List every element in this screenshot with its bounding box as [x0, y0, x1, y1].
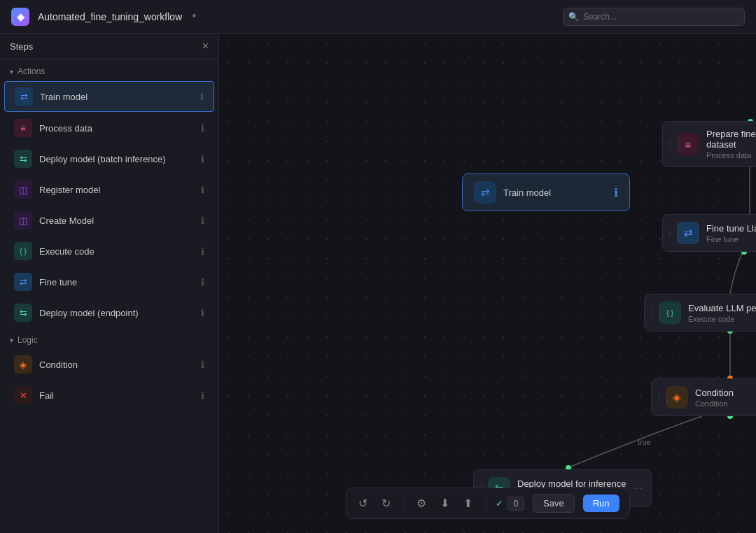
sidebar: Steps × ▾ Actions ⇄ Train model ℹ ≡ Proc…: [0, 34, 219, 533]
node-sub-finetune: Fine tune: [706, 235, 756, 243]
drag-handle-condition: ⋮⋮: [654, 392, 671, 402]
search-input[interactable]: [563, 8, 745, 26]
fine-tune-info-icon[interactable]: ℹ: [201, 277, 204, 287]
toolbar-divider-2: [485, 497, 486, 511]
process-data-info-icon[interactable]: ℹ: [201, 123, 204, 134]
check-icon: ✓: [496, 498, 503, 509]
app-title: Automated_fine_tuning_workflow: [38, 11, 182, 22]
sidebar-title: Steps: [10, 41, 33, 52]
title-dot: •: [192, 9, 196, 24]
process-data-label: Process data: [39, 123, 201, 134]
condition-label: Condition: [39, 360, 201, 370]
fine-tune-icon: ⇄: [14, 273, 32, 291]
sidebar-item-process-data[interactable]: ≡ Process data ℹ: [4, 113, 214, 143]
search-wrapper: 🔍: [563, 8, 745, 26]
sidebar-item-train-model[interactable]: ⇄ Train model ℹ: [4, 81, 214, 112]
node-sub-prepare: Process data: [706, 151, 756, 159]
sidebar-item-fail[interactable]: ✕ Fail ℹ: [4, 381, 214, 410]
node-finetune-llama[interactable]: ⋮⋮ ⇄ Fine tune Llama 3.1 Fine tune ···: [662, 214, 756, 252]
node-prepare-dataset[interactable]: ⋮⋮ ≡ Prepare fine tuning dataset Process…: [662, 121, 756, 167]
execute-code-label: Execute code: [39, 246, 201, 257]
conn-label-true: true: [638, 438, 651, 446]
fail-icon: ✕: [14, 386, 32, 404]
train-model-info-icon[interactable]: ℹ: [200, 92, 204, 102]
node-info-train[interactable]: ℹ: [614, 186, 618, 199]
topbar: ◈ Automated_fine_tuning_workflow • 🔍: [0, 0, 756, 34]
undo-button[interactable]: ↺: [356, 494, 370, 513]
fail-label: Fail: [39, 390, 201, 401]
bottom-toolbar: ↺ ↻ ⚙ ⬇ ⬆ ✓ 0 Save Run: [345, 488, 629, 519]
create-model-label: Create Model: [39, 215, 201, 226]
deploy-batch-info-icon[interactable]: ℹ: [201, 154, 204, 164]
node-title-condition: Condition: [695, 388, 756, 398]
register-model-info-icon[interactable]: ℹ: [201, 185, 204, 195]
node-text-train: Train model: [503, 187, 607, 198]
node-title-train: Train model: [503, 187, 607, 198]
section-actions-label: Actions: [18, 66, 45, 76]
register-model-label: Register model: [39, 185, 201, 195]
upload-button[interactable]: ⬆: [461, 494, 475, 513]
check-count: 0: [507, 497, 524, 511]
create-model-info-icon[interactable]: ℹ: [201, 215, 204, 226]
sidebar-item-condition[interactable]: ◈ Condition ℹ: [4, 350, 214, 379]
sidebar-item-fine-tune[interactable]: ⇄ Fine tune ℹ: [4, 267, 214, 297]
register-model-icon: ◫: [14, 180, 32, 199]
process-data-icon: ≡: [14, 119, 32, 137]
sidebar-header: Steps ×: [0, 34, 218, 59]
search-icon: 🔍: [568, 12, 579, 22]
drag-handle-finetune: ⋮⋮: [666, 228, 682, 238]
connector-lines: [219, 34, 756, 533]
deploy-endpoint-label: Deploy model (endpoint): [39, 308, 201, 318]
node-title-finetune: Fine tune Llama 3.1: [706, 223, 756, 234]
drag-handle-prepare: ⋮⋮: [666, 139, 682, 149]
run-button[interactable]: Run: [583, 495, 620, 512]
chevron-actions-icon: ▾: [10, 68, 13, 76]
sidebar-close-button[interactable]: ×: [202, 41, 209, 52]
section-logic[interactable]: ▾ Logic: [0, 328, 218, 349]
section-logic-label: Logic: [18, 335, 38, 345]
deploy-endpoint-info-icon[interactable]: ℹ: [201, 308, 204, 318]
execute-code-info-icon[interactable]: ℹ: [201, 246, 204, 257]
download-button[interactable]: ⬇: [438, 494, 452, 513]
node-title-evaluate: Evaluate LLM perf: [688, 303, 756, 313]
node-menu-deploy[interactable]: ···: [634, 482, 643, 495]
chevron-logic-icon: ▾: [10, 336, 13, 344]
execute-code-icon: { }: [14, 242, 32, 260]
app-logo: ◈: [11, 8, 29, 26]
section-actions[interactable]: ▾ Actions: [0, 59, 218, 80]
train-model-label: Train model: [40, 92, 200, 102]
node-text-finetune: Fine tune Llama 3.1 Fine tune: [706, 223, 756, 243]
save-button[interactable]: Save: [533, 494, 575, 513]
check-status: ✓ 0: [496, 497, 524, 511]
train-model-icon: ⇄: [15, 87, 33, 106]
node-text-prepare: Prepare fine tuning dataset Process data: [706, 129, 756, 159]
condition-info-icon[interactable]: ℹ: [201, 360, 204, 370]
condition-icon: ◈: [14, 355, 32, 374]
create-model-icon: ◫: [14, 211, 32, 229]
redo-button[interactable]: ↻: [379, 494, 393, 513]
node-evaluate-llm[interactable]: ⋮⋮ { } Evaluate LLM perf Execute code ··…: [644, 294, 756, 332]
fail-info-icon[interactable]: ℹ: [201, 390, 204, 401]
node-text-condition: Condition Condition: [695, 388, 756, 408]
node-text-evaluate: Evaluate LLM perf Execute code: [688, 303, 756, 323]
deploy-batch-label: Deploy model (batch inference): [39, 154, 201, 164]
fine-tune-label: Fine tune: [39, 277, 201, 287]
main-layout: Steps × ▾ Actions ⇄ Train model ℹ ≡ Proc…: [0, 34, 756, 533]
node-train-model-ghost[interactable]: ⇄ Train model ℹ: [462, 173, 630, 211]
toolbar-divider-1: [403, 497, 404, 511]
node-condition[interactable]: ⋮⋮ ◈ Condition Condition ···: [651, 378, 756, 416]
sidebar-item-create-model[interactable]: ◫ Create Model ℹ: [4, 206, 214, 235]
workflow-canvas[interactable]: true false ⋮⋮ ≡ Prepare fine tuning data…: [219, 34, 756, 533]
sidebar-item-register-model[interactable]: ◫ Register model ℹ: [4, 175, 214, 204]
settings-button[interactable]: ⚙: [414, 494, 429, 513]
node-title-prepare: Prepare fine tuning dataset: [706, 129, 756, 150]
sidebar-item-deploy-endpoint[interactable]: ⇆ Deploy model (endpoint) ℹ: [4, 298, 214, 327]
deploy-batch-icon: ⇆: [14, 150, 32, 168]
node-icon-train: ⇄: [474, 181, 496, 204]
node-sub-condition: Condition: [695, 399, 756, 408]
deploy-endpoint-icon: ⇆: [14, 304, 32, 322]
node-sub-evaluate: Execute code: [688, 315, 756, 323]
sidebar-item-execute-code[interactable]: { } Execute code ℹ: [4, 236, 214, 266]
drag-handle-evaluate: ⋮⋮: [648, 308, 664, 318]
sidebar-item-deploy-batch[interactable]: ⇆ Deploy model (batch inference) ℹ: [4, 144, 214, 173]
